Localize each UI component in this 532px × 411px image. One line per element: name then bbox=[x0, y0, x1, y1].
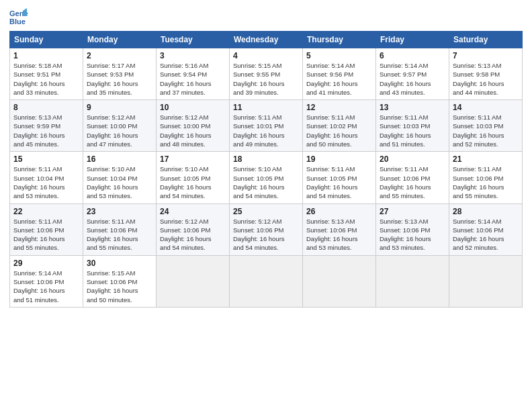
day-info: Sunrise: 5:15 AM Sunset: 9:55 PM Dayligh… bbox=[233, 61, 299, 97]
day-number: 30 bbox=[87, 259, 152, 268]
day-info: Sunrise: 5:10 AM Sunset: 10:05 PM Daylig… bbox=[160, 165, 226, 200]
weekday-header: Tuesday bbox=[157, 32, 230, 48]
day-number: 14 bbox=[453, 103, 519, 112]
calendar-cell: 27Sunrise: 5:13 AM Sunset: 10:06 PM Dayl… bbox=[376, 203, 449, 255]
day-number: 19 bbox=[306, 154, 372, 164]
day-info: Sunrise: 5:12 AM Sunset: 10:00 PM Daylig… bbox=[87, 113, 152, 148]
calendar-cell: 25Sunrise: 5:12 AM Sunset: 10:06 PM Dayl… bbox=[230, 203, 303, 255]
calendar-cell: 10Sunrise: 5:12 AM Sunset: 10:00 PM Dayl… bbox=[157, 100, 230, 152]
calendar-cell: 16Sunrise: 5:10 AM Sunset: 10:04 PM Dayl… bbox=[83, 152, 157, 203]
calendar-cell: 5Sunrise: 5:14 AM Sunset: 9:56 PM Daylig… bbox=[303, 48, 376, 100]
day-info: Sunrise: 5:12 AM Sunset: 10:06 PM Daylig… bbox=[233, 217, 299, 253]
calendar-cell: 7Sunrise: 5:13 AM Sunset: 9:58 PM Daylig… bbox=[449, 48, 523, 100]
calendar-cell: 26Sunrise: 5:13 AM Sunset: 10:06 PM Dayl… bbox=[303, 203, 376, 255]
day-info: Sunrise: 5:10 AM Sunset: 10:04 PM Daylig… bbox=[87, 165, 152, 200]
day-number: 12 bbox=[306, 103, 372, 112]
calendar-cell: 30Sunrise: 5:15 AM Sunset: 10:06 PM Dayl… bbox=[83, 255, 157, 307]
calendar-cell bbox=[230, 255, 303, 307]
calendar-cell: 21Sunrise: 5:11 AM Sunset: 10:06 PM Dayl… bbox=[449, 152, 523, 203]
day-number: 7 bbox=[453, 51, 519, 60]
calendar-cell: 20Sunrise: 5:11 AM Sunset: 10:06 PM Dayl… bbox=[376, 152, 449, 203]
day-info: Sunrise: 5:14 AM Sunset: 9:57 PM Dayligh… bbox=[380, 61, 445, 97]
calendar-cell: 2Sunrise: 5:17 AM Sunset: 9:53 PM Daylig… bbox=[83, 48, 157, 100]
calendar-cell: 15Sunrise: 5:11 AM Sunset: 10:04 PM Dayl… bbox=[10, 152, 83, 203]
weekday-header: Saturday bbox=[449, 32, 523, 48]
calendar-cell: 12Sunrise: 5:11 AM Sunset: 10:02 PM Dayl… bbox=[303, 100, 376, 152]
svg-text:Blue: Blue bbox=[9, 17, 26, 26]
calendar-week-row: 1Sunrise: 5:18 AM Sunset: 9:51 PM Daylig… bbox=[10, 48, 523, 100]
calendar-cell: 9Sunrise: 5:12 AM Sunset: 10:00 PM Dayli… bbox=[83, 100, 157, 152]
calendar-week-row: 29Sunrise: 5:14 AM Sunset: 10:06 PM Dayl… bbox=[10, 255, 523, 307]
day-info: Sunrise: 5:14 AM Sunset: 10:06 PM Daylig… bbox=[13, 269, 79, 304]
calendar-cell: 4Sunrise: 5:15 AM Sunset: 9:55 PM Daylig… bbox=[230, 48, 303, 100]
page: General Blue SundayMondayTuesdayWednesda… bbox=[0, 0, 532, 411]
calendar-cell bbox=[376, 255, 449, 307]
day-info: Sunrise: 5:17 AM Sunset: 9:53 PM Dayligh… bbox=[87, 61, 152, 97]
day-info: Sunrise: 5:11 AM Sunset: 10:01 PM Daylig… bbox=[233, 113, 299, 148]
day-number: 11 bbox=[233, 103, 299, 112]
calendar-cell: 13Sunrise: 5:11 AM Sunset: 10:03 PM Dayl… bbox=[376, 100, 449, 152]
day-info: Sunrise: 5:11 AM Sunset: 10:06 PM Daylig… bbox=[380, 165, 445, 200]
calendar-week-row: 15Sunrise: 5:11 AM Sunset: 10:04 PM Dayl… bbox=[10, 152, 523, 203]
weekday-header: Sunday bbox=[10, 32, 83, 48]
calendar-cell: 29Sunrise: 5:14 AM Sunset: 10:06 PM Dayl… bbox=[10, 255, 83, 307]
day-info: Sunrise: 5:10 AM Sunset: 10:05 PM Daylig… bbox=[233, 165, 299, 200]
day-info: Sunrise: 5:11 AM Sunset: 10:05 PM Daylig… bbox=[306, 165, 372, 200]
calendar-cell: 14Sunrise: 5:11 AM Sunset: 10:03 PM Dayl… bbox=[449, 100, 523, 152]
day-info: Sunrise: 5:16 AM Sunset: 9:54 PM Dayligh… bbox=[160, 61, 226, 97]
day-info: Sunrise: 5:12 AM Sunset: 10:00 PM Daylig… bbox=[160, 113, 226, 148]
day-info: Sunrise: 5:11 AM Sunset: 10:06 PM Daylig… bbox=[13, 217, 79, 253]
calendar-cell: 24Sunrise: 5:12 AM Sunset: 10:06 PM Dayl… bbox=[157, 203, 230, 255]
calendar-cell: 17Sunrise: 5:10 AM Sunset: 10:05 PM Dayl… bbox=[157, 152, 230, 203]
day-number: 24 bbox=[160, 207, 226, 216]
day-info: Sunrise: 5:11 AM Sunset: 10:06 PM Daylig… bbox=[453, 165, 519, 200]
day-info: Sunrise: 5:13 AM Sunset: 10:06 PM Daylig… bbox=[380, 217, 445, 253]
weekday-header-row: SundayMondayTuesdayWednesdayThursdayFrid… bbox=[10, 32, 523, 48]
weekday-header: Thursday bbox=[303, 32, 376, 48]
day-number: 9 bbox=[87, 103, 152, 112]
day-number: 6 bbox=[380, 51, 445, 60]
day-info: Sunrise: 5:14 AM Sunset: 9:56 PM Dayligh… bbox=[306, 61, 372, 97]
day-info: Sunrise: 5:13 AM Sunset: 9:59 PM Dayligh… bbox=[13, 113, 79, 148]
day-number: 23 bbox=[87, 207, 152, 216]
day-number: 17 bbox=[160, 154, 226, 164]
day-number: 8 bbox=[13, 103, 79, 112]
weekday-header: Wednesday bbox=[230, 32, 303, 48]
calendar-cell: 28Sunrise: 5:14 AM Sunset: 10:06 PM Dayl… bbox=[449, 203, 523, 255]
day-info: Sunrise: 5:15 AM Sunset: 10:06 PM Daylig… bbox=[87, 269, 152, 304]
day-info: Sunrise: 5:13 AM Sunset: 9:58 PM Dayligh… bbox=[453, 61, 519, 97]
calendar-cell bbox=[449, 255, 523, 307]
day-number: 5 bbox=[306, 51, 372, 60]
day-number: 21 bbox=[453, 154, 519, 164]
day-number: 27 bbox=[380, 207, 445, 216]
day-number: 10 bbox=[160, 103, 226, 112]
calendar-cell: 8Sunrise: 5:13 AM Sunset: 9:59 PM Daylig… bbox=[10, 100, 83, 152]
day-number: 15 bbox=[13, 154, 79, 164]
day-number: 25 bbox=[233, 207, 299, 216]
calendar-cell bbox=[157, 255, 230, 307]
calendar-table: SundayMondayTuesdayWednesdayThursdayFrid… bbox=[9, 31, 523, 308]
calendar-cell bbox=[303, 255, 376, 307]
logo-icon: General Blue bbox=[9, 7, 28, 26]
day-info: Sunrise: 5:11 AM Sunset: 10:04 PM Daylig… bbox=[13, 165, 79, 200]
weekday-header: Monday bbox=[83, 32, 157, 48]
day-number: 13 bbox=[380, 103, 445, 112]
day-info: Sunrise: 5:18 AM Sunset: 9:51 PM Dayligh… bbox=[13, 61, 79, 97]
day-number: 29 bbox=[13, 259, 79, 268]
calendar-cell: 18Sunrise: 5:10 AM Sunset: 10:05 PM Dayl… bbox=[230, 152, 303, 203]
day-info: Sunrise: 5:11 AM Sunset: 10:02 PM Daylig… bbox=[306, 113, 372, 148]
calendar-cell: 19Sunrise: 5:11 AM Sunset: 10:05 PM Dayl… bbox=[303, 152, 376, 203]
day-number: 26 bbox=[306, 207, 372, 216]
day-info: Sunrise: 5:14 AM Sunset: 10:06 PM Daylig… bbox=[453, 217, 519, 253]
day-info: Sunrise: 5:11 AM Sunset: 10:06 PM Daylig… bbox=[87, 217, 152, 253]
day-number: 18 bbox=[233, 154, 299, 164]
day-info: Sunrise: 5:13 AM Sunset: 10:06 PM Daylig… bbox=[306, 217, 372, 253]
day-number: 22 bbox=[13, 207, 79, 216]
header: General Blue bbox=[9, 7, 523, 26]
calendar-week-row: 22Sunrise: 5:11 AM Sunset: 10:06 PM Dayl… bbox=[10, 203, 523, 255]
day-number: 20 bbox=[380, 154, 445, 164]
calendar-cell: 22Sunrise: 5:11 AM Sunset: 10:06 PM Dayl… bbox=[10, 203, 83, 255]
logo: General Blue bbox=[9, 7, 31, 26]
calendar-cell: 3Sunrise: 5:16 AM Sunset: 9:54 PM Daylig… bbox=[157, 48, 230, 100]
day-number: 3 bbox=[160, 51, 226, 60]
